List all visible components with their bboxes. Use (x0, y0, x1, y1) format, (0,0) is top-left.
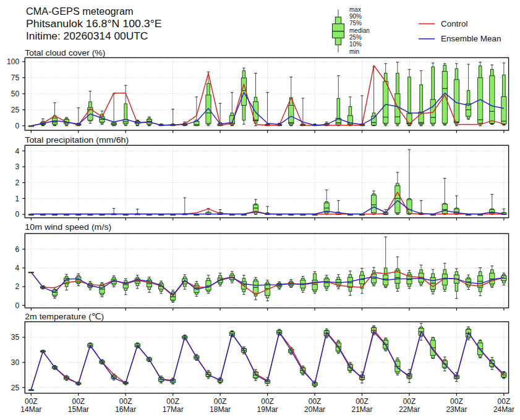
svg-text:1: 1 (15, 195, 19, 203)
svg-text:Total cloud cover (%): Total cloud cover (%) (25, 48, 105, 57)
svg-text:Ensemble Mean: Ensemble Mean (441, 34, 501, 43)
svg-text:2m temperature (℃): 2m temperature (℃) (25, 312, 104, 321)
svg-text:Total precipitation (mm/6h): Total precipitation (mm/6h) (25, 135, 129, 145)
svg-text:median: median (349, 27, 370, 34)
svg-text:CMA-GEPS meteogram: CMA-GEPS meteogram (26, 6, 134, 17)
svg-text:4: 4 (15, 264, 19, 272)
svg-text:10%: 10% (349, 41, 362, 48)
svg-text:24Mar: 24Mar (493, 405, 514, 414)
svg-text:0: 0 (15, 122, 19, 130)
svg-text:15Mar: 15Mar (68, 405, 89, 414)
svg-text:max: max (349, 6, 361, 13)
svg-text:25: 25 (11, 106, 20, 114)
svg-text:4: 4 (15, 147, 19, 156)
svg-text:min: min (349, 48, 359, 55)
svg-text:100: 100 (7, 57, 19, 66)
svg-text:Initime: 20260314 00UTC: Initime: 20260314 00UTC (26, 31, 148, 41)
svg-text:75%: 75% (349, 20, 362, 27)
svg-text:10m wind speed (m/s): 10m wind speed (m/s) (25, 222, 111, 232)
svg-text:2: 2 (15, 282, 19, 291)
svg-text:Phitsanulok 16.8°N 100.3°E: Phitsanulok 16.8°N 100.3°E (26, 19, 162, 29)
svg-text:2: 2 (15, 178, 19, 187)
svg-text:90%: 90% (349, 13, 362, 20)
svg-text:Control: Control (441, 19, 468, 28)
svg-text:50: 50 (11, 90, 20, 98)
svg-text:23Mar: 23Mar (446, 405, 467, 414)
svg-text:19Mar: 19Mar (257, 405, 278, 414)
svg-text:22Mar: 22Mar (399, 405, 420, 414)
svg-text:21Mar: 21Mar (351, 405, 372, 414)
svg-text:18Mar: 18Mar (210, 405, 231, 414)
svg-text:75: 75 (11, 74, 20, 82)
svg-text:25%: 25% (349, 34, 362, 41)
svg-text:30: 30 (11, 358, 20, 367)
svg-text:3: 3 (15, 162, 19, 171)
svg-text:14Mar: 14Mar (20, 405, 41, 414)
svg-text:17Mar: 17Mar (163, 405, 184, 414)
svg-text:25: 25 (11, 384, 20, 392)
svg-text:16Mar: 16Mar (115, 405, 136, 414)
svg-text:6: 6 (15, 245, 19, 254)
svg-text:20Mar: 20Mar (304, 405, 325, 414)
svg-text:35: 35 (11, 333, 20, 342)
svg-text:0: 0 (15, 210, 19, 219)
svg-text:0: 0 (15, 301, 19, 310)
